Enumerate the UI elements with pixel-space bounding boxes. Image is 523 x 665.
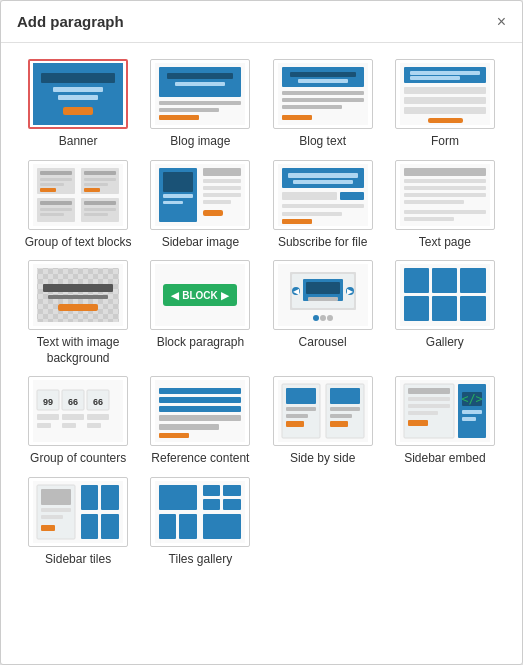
svg-rect-9 [159,101,241,105]
svg-rect-151 [41,489,71,505]
list-item[interactable]: Reference content [143,376,257,467]
svg-rect-155 [81,485,98,510]
list-item[interactable]: </> Sidebar embed [388,376,502,467]
subscribe-for-file-icon [273,160,373,230]
svg-rect-142 [408,411,438,415]
svg-rect-141 [408,404,450,408]
tiles-gallery-icon [150,477,250,547]
list-item[interactable]: ◀ ▶ Carousel [266,260,380,366]
svg-rect-18 [282,105,342,109]
svg-rect-17 [282,98,364,102]
list-item[interactable]: Sidebar tiles [21,477,135,568]
svg-rect-54 [203,186,241,190]
list-item[interactable]: Group of text blocks [21,160,135,251]
svg-text:66: 66 [68,397,78,407]
blog-image-label: Blog image [170,134,230,150]
reference-content-label: Reference content [151,451,249,467]
gallery-label: Gallery [426,335,464,351]
list-item[interactable]: Blog image [143,59,257,150]
svg-point-98 [327,315,333,321]
svg-text:◀ BLOCK ▶: ◀ BLOCK ▶ [171,290,230,301]
list-item[interactable]: Sidebar image [143,160,257,251]
svg-rect-154 [41,525,55,531]
svg-rect-52 [203,168,241,176]
svg-rect-40 [40,201,72,205]
svg-rect-62 [282,192,337,200]
svg-rect-2 [53,87,103,92]
svg-rect-104 [432,296,457,321]
svg-rect-36 [84,178,116,181]
svg-rect-162 [223,485,241,496]
svg-rect-61 [293,180,353,184]
side-by-side-label: Side by side [290,451,355,467]
svg-rect-70 [404,186,486,190]
svg-rect-100 [404,268,429,293]
svg-rect-72 [404,200,464,204]
svg-rect-19 [282,115,312,120]
svg-rect-68 [404,168,486,176]
list-item[interactable]: Text with image background [21,260,135,366]
svg-rect-115 [87,414,109,420]
svg-rect-136 [330,421,348,427]
svg-rect-102 [460,268,486,293]
svg-rect-158 [101,514,119,539]
svg-rect-0 [33,63,123,125]
svg-point-97 [320,315,326,321]
svg-rect-14 [290,72,356,77]
list-item[interactable]: Side by side [266,376,380,467]
svg-rect-7 [167,73,233,79]
svg-text:▶: ▶ [347,287,354,296]
list-item[interactable]: 99 66 66 Group of counters [21,376,135,467]
svg-rect-26 [404,107,486,114]
list-item[interactable]: Subscribe for file [266,160,380,251]
svg-rect-60 [288,173,358,178]
svg-rect-73 [404,210,486,214]
list-item[interactable]: Blog text [266,59,380,150]
svg-rect-71 [404,193,486,197]
svg-rect-94 [306,282,340,294]
svg-rect-41 [40,208,72,211]
close-button[interactable]: × [497,14,506,30]
list-item[interactable]: Form [388,59,502,150]
svg-rect-3 [58,95,98,100]
svg-rect-50 [163,194,193,198]
group-of-counters-label: Group of counters [30,451,126,467]
svg-rect-130 [286,414,308,418]
svg-rect-69 [404,179,486,183]
svg-rect-118 [87,423,101,428]
svg-rect-128 [286,388,316,404]
svg-rect-164 [223,499,241,510]
svg-rect-143 [408,420,428,426]
svg-rect-114 [62,414,84,420]
svg-rect-139 [408,388,450,394]
svg-rect-27 [428,118,463,123]
list-item[interactable]: Gallery [388,260,502,366]
svg-rect-117 [62,423,76,428]
list-item[interactable]: Tiles gallery [143,477,257,568]
list-item[interactable]: ◀ BLOCK ▶ Block paragraph [143,260,257,366]
svg-rect-134 [330,407,360,411]
block-paragraph-label: Block paragraph [157,335,244,351]
svg-rect-125 [159,433,189,438]
list-item[interactable]: Text page [388,160,502,251]
svg-rect-133 [330,388,360,404]
banner-icon [28,59,128,129]
blog-image-icon [150,59,250,129]
svg-rect-101 [432,268,457,293]
svg-rect-152 [41,508,71,512]
svg-rect-80 [58,304,98,311]
svg-rect-157 [81,514,98,539]
sidebar-tiles-icon [28,477,128,547]
svg-rect-33 [40,188,56,192]
svg-rect-165 [159,514,176,539]
svg-rect-53 [203,179,241,183]
svg-rect-35 [84,171,116,175]
svg-rect-30 [40,171,72,175]
svg-text:</>: </> [461,392,483,406]
list-item[interactable]: Banner [21,59,135,150]
svg-rect-131 [286,421,304,427]
svg-rect-135 [330,414,352,418]
svg-rect-24 [404,87,486,94]
dialog-title: Add paragraph [17,13,124,30]
svg-rect-45 [84,208,116,211]
